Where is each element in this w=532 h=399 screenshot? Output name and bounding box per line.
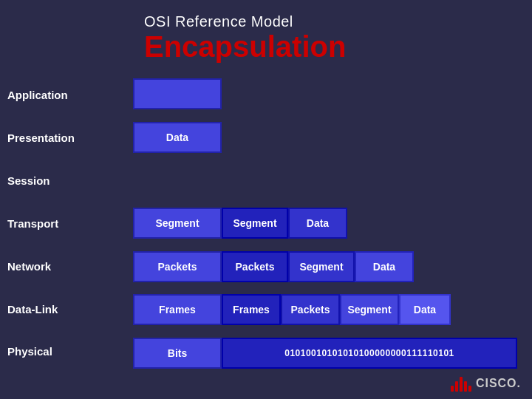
label-physical: Physical (7, 341, 129, 361)
box-physical-binary: 01010010101010100000000111110101 (222, 338, 517, 369)
header-subtitle: OSI Reference Model (144, 13, 517, 30)
cisco-bar-2 (455, 381, 458, 392)
row-session (133, 165, 521, 196)
row-physical: Bits 01010010101010100000000111110101 (133, 338, 521, 369)
row-application (133, 78, 521, 109)
box-datalink-frames2: Frames (222, 294, 281, 325)
box-transport-data: Data (288, 208, 347, 239)
box-network-segment: Segment (288, 251, 355, 282)
box-datalink-packets: Packets (281, 294, 340, 325)
box-physical-bits: Bits (133, 338, 222, 369)
page: OSI Reference Model Encapsulation Applic… (0, 0, 532, 399)
row-presentation: Data (133, 122, 521, 153)
label-presentation: Presentation (7, 128, 129, 148)
box-datalink-segment: Segment (340, 294, 399, 325)
layer-labels: Application Presentation Session Transpo… (0, 70, 129, 399)
cisco-bar-5 (468, 386, 471, 392)
row-network: Packets Packets Segment Data (133, 251, 521, 282)
box-network-packets: Packets (133, 251, 222, 282)
box-transport-segment2: Segment (222, 208, 288, 239)
row-datalink: Frames Frames Packets Segment Data (133, 294, 521, 325)
content: Application Presentation Session Transpo… (0, 70, 532, 399)
cisco-bar-1 (451, 386, 454, 392)
box-network-data: Data (355, 251, 414, 282)
box-presentation-data: Data (133, 122, 222, 153)
encapsulation-diagram: Data Segment Segment Data (129, 70, 532, 399)
cisco-bar-4 (464, 381, 467, 392)
label-application: Application (7, 85, 129, 105)
box-datalink-frames: Frames (133, 294, 222, 325)
box-application-data (133, 78, 222, 109)
header: OSI Reference Model Encapsulation (0, 0, 532, 70)
cisco-bars-icon (451, 375, 471, 392)
cisco-bar-3 (460, 377, 463, 392)
label-transport: Transport (7, 214, 129, 233)
box-transport-segment: Segment (133, 208, 222, 239)
label-datalink: Data-Link (7, 299, 129, 319)
header-title: Encapsulation (144, 30, 517, 63)
label-network: Network (7, 256, 129, 276)
box-datalink-data: Data (399, 294, 451, 325)
box-network-packets2: Packets (222, 251, 288, 282)
cisco-wordmark: CISCO. (476, 377, 521, 390)
label-session: Session (7, 171, 129, 191)
cisco-logo: CISCO. (451, 375, 521, 392)
row-transport: Segment Segment Data (133, 208, 521, 239)
